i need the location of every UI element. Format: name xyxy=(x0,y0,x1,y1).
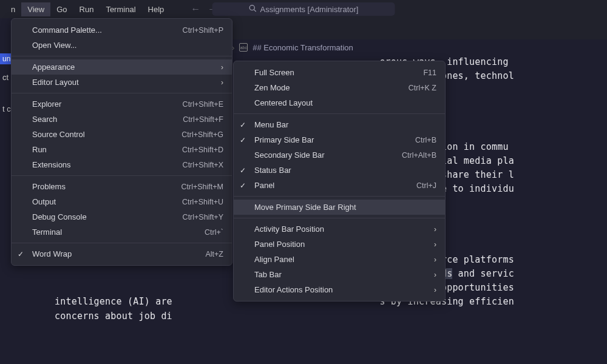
menu-item-label: Activity Bar Position xyxy=(254,224,324,234)
menu-item-label: Tab Bar xyxy=(254,270,282,279)
chevron-right-icon: › xyxy=(221,63,223,72)
menu-item-label: Editor Layout xyxy=(32,78,79,87)
menu-item-centered-layout[interactable]: Centered Layout xyxy=(234,95,445,110)
menu-item-zen-mode[interactable]: Zen ModeCtrl+K Z xyxy=(234,80,445,95)
menu-item-label: Centered Layout xyxy=(254,98,313,107)
menu-item-label: Run xyxy=(32,145,47,154)
menu-item-label: Debug Console xyxy=(32,212,87,221)
menu-item-primary-side-bar[interactable]: ✓Primary Side BarCtrl+B xyxy=(234,132,445,147)
check-icon: ✓ xyxy=(240,136,246,144)
menu-item-label: Secondary Side Bar xyxy=(254,150,325,160)
menu-item-label: Menu Bar xyxy=(254,120,288,129)
menu-item-command-palette[interactable]: Command Palette...Ctrl+Shift+P xyxy=(12,22,232,38)
shortcut-label: Ctrl+K Z xyxy=(409,84,436,92)
menu-item-panel-position[interactable]: Panel Position› xyxy=(234,237,445,252)
menu-item-label: Panel Position xyxy=(254,240,305,249)
command-center[interactable]: Assignments [Administrator] xyxy=(212,2,395,16)
menu-go[interactable]: Go xyxy=(50,2,73,16)
chevron-right-icon: › xyxy=(434,286,436,294)
menu-item-search[interactable]: SearchCtrl+Shift+F xyxy=(12,112,232,127)
menu-item-word-wrap[interactable]: ✓Word WrapAlt+Z xyxy=(12,246,232,261)
editor-line: concerns about job di xyxy=(55,309,607,323)
menu-item-label: Zen Mode xyxy=(254,83,290,92)
check-icon: ✓ xyxy=(240,181,246,190)
menu-item-tab-bar[interactable]: Tab Bar› xyxy=(234,267,445,282)
menu-item-editor-layout[interactable]: Editor Layout› xyxy=(12,75,232,90)
menu-item-align-panel[interactable]: Align Panel› xyxy=(234,252,445,267)
menu-terminal[interactable]: Terminal xyxy=(100,2,141,16)
menu-item-run[interactable]: RunCtrl+Shift+D xyxy=(12,142,232,157)
menu-item-terminal[interactable]: TerminalCtrl+` xyxy=(12,224,232,240)
check-icon: ✓ xyxy=(240,121,246,129)
menu-view[interactable]: View xyxy=(21,2,50,16)
menu-item-label: Command Palette... xyxy=(32,25,102,35)
menu-item-output[interactable]: OutputCtrl+Shift+U xyxy=(12,194,232,209)
shortcut-label: Ctrl+Shift+M xyxy=(181,183,223,191)
menu-item-label: Full Screen xyxy=(254,68,294,77)
shortcut-label: Ctrl+Shift+U xyxy=(182,198,223,206)
menu-item-problems[interactable]: ProblemsCtrl+Shift+M xyxy=(12,179,232,194)
shortcut-label: Ctrl+` xyxy=(205,228,223,237)
gutter-text: ct xyxy=(0,72,11,83)
chevron-right-icon: › xyxy=(221,78,223,87)
shortcut-label: Ctrl+J xyxy=(416,181,436,190)
nav-back-icon[interactable]: ← xyxy=(188,4,203,15)
shortcut-label: Ctrl+Shift+Y xyxy=(183,213,223,221)
menu-item-source-control[interactable]: Source ControlCtrl+Shift+G xyxy=(12,127,232,142)
menu-item-label: Output xyxy=(32,197,56,206)
heading-icon: abc xyxy=(239,43,248,52)
command-center-text: Assignments [Administrator] xyxy=(260,5,359,14)
menu-item-label: Open View... xyxy=(32,41,76,50)
menu-item-menu-bar[interactable]: ✓Menu Bar xyxy=(234,117,445,132)
check-icon: ✓ xyxy=(18,250,24,258)
menu-item-label: Status Bar xyxy=(254,166,291,175)
shortcut-label: Ctrl+Shift+E xyxy=(183,100,223,109)
menubar: n View Go Run Terminal Help ← → Assignme… xyxy=(0,0,607,18)
chevron-right-icon: › xyxy=(434,271,436,279)
chevron-right-icon: › xyxy=(434,225,436,234)
menu-item-editor-actions-position[interactable]: Editor Actions Position› xyxy=(234,282,445,297)
menu-item-label: Terminal xyxy=(32,228,62,237)
shortcut-label: Ctrl+B xyxy=(415,136,436,144)
shortcut-label: Ctrl+Shift+F xyxy=(183,115,223,124)
chevron-right-icon: › xyxy=(434,240,436,249)
menu-item-extensions[interactable]: ExtensionsCtrl+Shift+X xyxy=(12,157,232,172)
view-menu-dropdown: Command Palette...Ctrl+Shift+POpen View.… xyxy=(11,18,232,266)
shortcut-label: Alt+Z xyxy=(205,250,223,258)
svg-point-0 xyxy=(249,5,254,10)
menu-item-debug-console[interactable]: Debug ConsoleCtrl+Shift+Y xyxy=(12,209,232,224)
menu-item-label: Primary Side Bar xyxy=(254,135,314,144)
menu-item-label: Move Primary Side Bar Right xyxy=(254,203,356,212)
shortcut-label: Ctrl+Alt+B xyxy=(402,151,436,160)
menu-item-secondary-side-bar[interactable]: Secondary Side BarCtrl+Alt+B xyxy=(234,147,445,163)
menu-item-label: Explorer xyxy=(32,99,61,109)
menu-item-explorer[interactable]: ExplorerCtrl+Shift+E xyxy=(12,96,232,112)
menu-item-label: Appearance xyxy=(32,62,75,72)
menu-item-panel[interactable]: ✓PanelCtrl+J xyxy=(234,178,445,193)
shortcut-label: Ctrl+Shift+P xyxy=(183,26,223,35)
crumb-h2[interactable]: ## Economic Transformation xyxy=(253,43,353,52)
chevron-right-icon: › xyxy=(434,255,436,264)
shortcut-label: Ctrl+Shift+X xyxy=(183,161,223,169)
check-icon: ✓ xyxy=(240,166,246,175)
menu-item-label: Search xyxy=(32,115,57,124)
menu-item-activity-bar-position[interactable]: Activity Bar Position› xyxy=(234,221,445,237)
search-icon xyxy=(249,4,257,14)
menu-item-label: Panel xyxy=(254,181,274,190)
menu-item-move-primary-side-bar-right[interactable]: Move Primary Side Bar Right xyxy=(234,200,445,215)
menu-item-label: Word Wrap xyxy=(32,249,72,258)
menu-item-appearance[interactable]: Appearance› xyxy=(12,59,232,75)
menu-item-open-view[interactable]: Open View... xyxy=(12,38,232,53)
menu-item-partial[interactable]: n xyxy=(5,2,21,16)
shortcut-label: Ctrl+Shift+D xyxy=(182,146,223,154)
menu-item-label: Extensions xyxy=(32,160,71,169)
menu-help[interactable]: Help xyxy=(142,2,171,16)
menu-item-full-screen[interactable]: Full ScreenF11 xyxy=(234,65,445,80)
menu-item-label: Align Panel xyxy=(254,255,294,264)
appearance-submenu: Full ScreenF11Zen ModeCtrl+K ZCentered L… xyxy=(233,61,446,302)
menu-item-status-bar[interactable]: ✓Status Bar xyxy=(234,163,445,178)
menu-item-label: Problems xyxy=(32,182,66,191)
menu-run[interactable]: Run xyxy=(73,2,100,16)
shortcut-label: F11 xyxy=(423,69,436,77)
menu-item-label: Editor Actions Position xyxy=(254,285,333,294)
